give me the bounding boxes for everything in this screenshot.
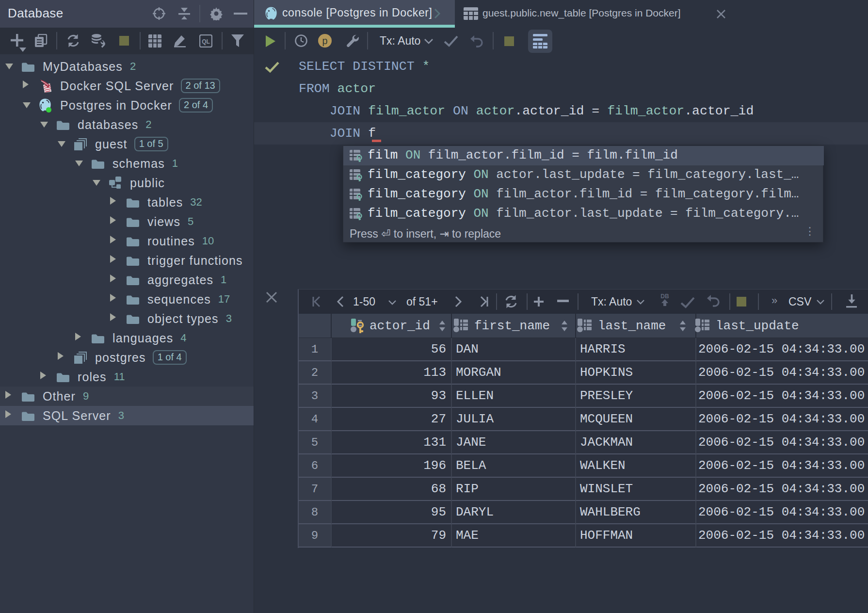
svg-text:DB: DB: [660, 293, 669, 300]
svg-text:QL: QL: [202, 38, 210, 45]
svg-text:p: p: [322, 36, 328, 47]
